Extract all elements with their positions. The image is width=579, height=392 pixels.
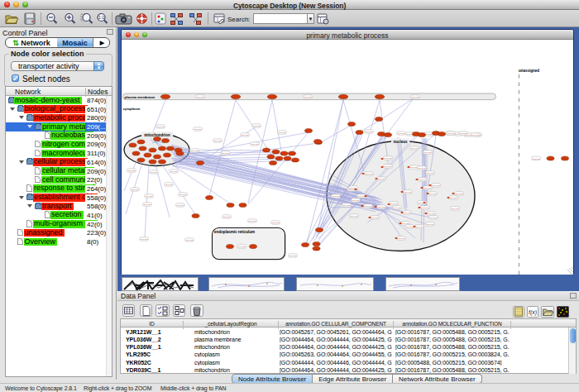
svg-text:Gen-lab: Gen-lab (406, 226, 414, 228)
svg-text:Gen-lab: Gen-lab (427, 223, 434, 226)
svg-text:f(x): f(x) (529, 309, 537, 316)
svg-text:Gen-lab: Gen-lab (186, 239, 194, 241)
svg-text:Gen-lab: Gen-lab (416, 226, 423, 228)
svg-text:Gen-lab: Gen-lab (352, 199, 360, 202)
svg-text:Gen-lab: Gen-lab (366, 131, 373, 133)
svg-text:Gen-lab: Gen-lab (433, 184, 440, 187)
svg-text:1:1: 1:1 (98, 15, 104, 20)
svg-text:Gen-lab: Gen-lab (191, 150, 199, 152)
svg-text:plasma membrane: plasma membrane (125, 95, 156, 99)
svg-text:Gen-lab: Gen-lab (385, 165, 392, 168)
svg-text:Gen-lab: Gen-lab (371, 217, 379, 219)
svg-text:Gen-lab: Gen-lab (378, 206, 385, 208)
svg-text:cytoplasm: cytoplasm (123, 107, 141, 111)
svg-text:Gen-lab: Gen-lab (365, 205, 372, 208)
svg-text:Gen-lab: Gen-lab (533, 158, 540, 160)
svg-text:Gen-lab: Gen-lab (424, 151, 432, 154)
svg-text:Gen-lab: Gen-lab (358, 195, 366, 198)
svg-text:Gen-lab: Gen-lab (141, 238, 148, 241)
svg-text:Gen-lab: Gen-lab (390, 203, 398, 205)
svg-text:nucleus: nucleus (393, 140, 408, 144)
svg-text:Gen-lab: Gen-lab (398, 132, 405, 135)
svg-text:Gen-lab: Gen-lab (447, 132, 455, 135)
svg-text:Gen-lab: Gen-lab (428, 213, 435, 215)
svg-text:Gen-lab: Gen-lab (419, 167, 426, 170)
svg-text:Gen-lab: Gen-lab (279, 131, 286, 134)
svg-text:Gen-lab: Gen-lab (404, 191, 412, 194)
svg-text:Gen-lab: Gen-lab (460, 132, 467, 135)
svg-text:Gen-lab: Gen-lab (197, 96, 204, 98)
svg-text:Gen-lab: Gen-lab (394, 207, 401, 209)
svg-text:Gen-lab: Gen-lab (422, 207, 429, 209)
svg-text:mitochondrion: mitochondrion (144, 133, 170, 137)
svg-text:Gen-lab: Gen-lab (385, 157, 392, 160)
svg-text:Gen-lab: Gen-lab (333, 195, 340, 198)
svg-text:Gen-lab: Gen-lab (427, 172, 434, 174)
svg-text:Gen-lab: Gen-lab (194, 128, 202, 131)
svg-text:Gen-lab: Gen-lab (429, 193, 437, 195)
svg-text:Gen-lab: Gen-lab (378, 178, 385, 180)
svg-text:Gen-lab: Gen-lab (128, 170, 136, 172)
svg-text:Gen-lab: Gen-lab (430, 217, 438, 219)
svg-text:Gen-lab: Gen-lab (151, 171, 158, 174)
svg-text:Gen-lab: Gen-lab (366, 173, 373, 175)
svg-text:Gen-lab: Gen-lab (404, 212, 411, 214)
svg-text:Gen-lab: Gen-lab (253, 125, 261, 127)
svg-text:Gen-lab: Gen-lab (351, 215, 358, 218)
svg-text:Gen-lab: Gen-lab (223, 152, 230, 155)
svg-text:Gen-lab: Gen-lab (425, 133, 433, 136)
svg-text:Gen-lab: Gen-lab (419, 179, 427, 181)
svg-text:Gen-lab: Gen-lab (251, 143, 259, 146)
svg-text:Gen-lab: Gen-lab (343, 204, 351, 207)
svg-text:Gen-lab: Gen-lab (170, 170, 178, 173)
svg-text:Gen-lab: Gen-lab (472, 134, 480, 136)
svg-text:Gen-lab: Gen-lab (290, 255, 297, 257)
svg-text:unassigned: unassigned (519, 69, 539, 73)
svg-text:Gen-lab: Gen-lab (398, 237, 405, 240)
svg-text:Gen-lab: Gen-lab (146, 195, 153, 198)
svg-text:Gen-lab: Gen-lab (157, 126, 165, 128)
svg-text:Gen-lab: Gen-lab (242, 134, 249, 136)
svg-text:Gen-lab: Gen-lab (144, 203, 151, 206)
svg-text:Gen-lab: Gen-lab (272, 222, 280, 224)
svg-text:Gen-lab: Gen-lab (132, 189, 139, 191)
svg-text:Gen-lab: Gen-lab (456, 193, 463, 195)
svg-text:Gen-lab: Gen-lab (179, 194, 187, 196)
svg-text:Gen-lab: Gen-lab (223, 216, 231, 218)
svg-text:Gen-lab: Gen-lab (238, 246, 246, 248)
svg-text:Gen-lab: Gen-lab (410, 166, 418, 169)
svg-text:Gen-lab: Gen-lab (424, 187, 432, 189)
svg-text:Gen-lab: Gen-lab (249, 220, 256, 222)
svg-text:Gen-lab: Gen-lab (304, 96, 312, 98)
svg-text:endoplasmic reticulum: endoplasmic reticulum (214, 230, 255, 234)
svg-text:Gen-lab: Gen-lab (452, 208, 459, 210)
svg-text:Gen-lab: Gen-lab (214, 140, 222, 142)
svg-text:Gen-lab: Gen-lab (450, 197, 457, 199)
svg-text:Gen-lab: Gen-lab (412, 96, 419, 98)
svg-text:Gen-lab: Gen-lab (177, 204, 184, 207)
svg-text:Gen-lab: Gen-lab (411, 147, 419, 150)
svg-text:Gen-lab: Gen-lab (165, 184, 173, 186)
